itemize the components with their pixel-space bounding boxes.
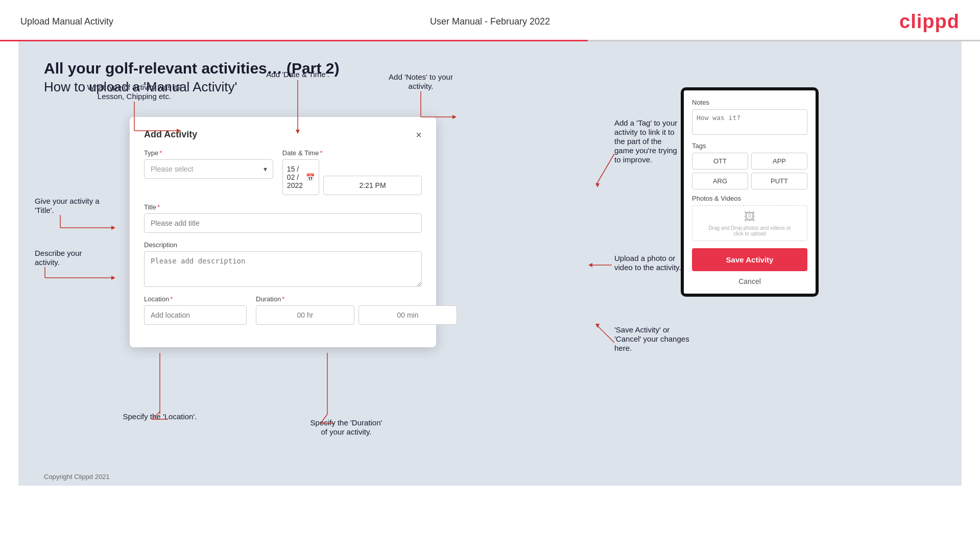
copyright: Copyright Clippd 2021 <box>44 473 110 481</box>
top-bar: Upload Manual Activity User Manual - Feb… <box>0 0 980 36</box>
logo: clippd <box>899 11 960 33</box>
svg-marker-42 <box>588 263 592 267</box>
svg-text:activity to link it to: activity to link it to <box>614 128 675 136</box>
upload-icon: 🖼 <box>744 210 755 224</box>
datetime-label: Date & Time* <box>282 149 422 157</box>
tag-ott[interactable]: OTT <box>692 153 748 170</box>
tags-label: Tags <box>692 142 807 150</box>
svg-text:Add a 'Tag' to your: Add a 'Tag' to your <box>614 118 677 127</box>
svg-text:'Cancel' your changes: 'Cancel' your changes <box>614 334 689 343</box>
svg-marker-31 <box>452 115 457 119</box>
date-value: 15 / 02 / 2022 <box>287 165 303 189</box>
svg-text:the part of the: the part of the <box>614 137 662 146</box>
time-input[interactable] <box>323 176 422 195</box>
tag-app[interactable]: APP <box>751 153 807 170</box>
svg-marker-17 <box>111 276 115 280</box>
svg-text:Specify the 'Duration': Specify the 'Duration' <box>310 418 383 427</box>
photos-label: Photos & Videos <box>692 195 807 202</box>
svg-marker-38 <box>595 183 600 187</box>
svg-text:to improve.: to improve. <box>614 155 652 164</box>
location-label: Location* <box>144 295 247 303</box>
location-duration-row: Location* Duration* <box>144 295 422 325</box>
type-group: Type* Please select ▾ <box>144 149 273 195</box>
svg-text:activity.: activity. <box>35 258 60 267</box>
svg-text:of your activity.: of your activity. <box>321 427 372 436</box>
tags-section: Tags OTT APP ARG PUTT <box>692 142 807 189</box>
main-content: All your golf-relevant activities… (Part… <box>18 41 962 486</box>
svg-marker-47 <box>595 324 600 328</box>
datetime-inputs: 15 / 02 / 2022 📅 <box>282 159 422 195</box>
svg-line-46 <box>596 325 614 343</box>
type-select-wrapper: Please select ▾ <box>144 159 273 179</box>
title-label: Title* <box>144 203 422 211</box>
close-button[interactable]: × <box>416 130 422 140</box>
title-input[interactable] <box>144 213 422 233</box>
photos-section: Photos & Videos 🖼 Drag and Drop photos a… <box>692 195 807 241</box>
upload-box[interactable]: 🖼 Drag and Drop photos and videos or cli… <box>692 205 807 241</box>
description-input[interactable] <box>144 251 422 287</box>
svg-marker-12 <box>111 226 115 230</box>
add-activity-dialog: Add Activity × Type* Please select ▾ Dat… <box>130 117 436 347</box>
date-input[interactable]: 15 / 02 / 2022 📅 <box>282 159 319 195</box>
tag-putt[interactable]: PUTT <box>751 173 807 189</box>
svg-text:Specify the 'Location'.: Specify the 'Location'. <box>123 412 197 421</box>
notes-input[interactable] <box>692 109 807 135</box>
svg-line-20 <box>152 412 160 419</box>
duration-hr-input[interactable] <box>256 305 354 325</box>
location-group: Location* <box>144 295 247 325</box>
manual-title: User Manual - February 2022 <box>430 16 550 27</box>
svg-line-25 <box>321 414 327 423</box>
main-heading: All your golf-relevant activities… (Part… <box>44 60 936 77</box>
upload-text: Drag and Drop photos and videos or click… <box>708 225 791 236</box>
notes-label: Notes <box>692 99 807 106</box>
page-title: Upload Manual Activity <box>20 16 113 27</box>
svg-text:game you're trying: game you're trying <box>614 146 677 155</box>
svg-text:video to the activity.: video to the activity. <box>614 263 681 272</box>
svg-text:'Save Activity' or: 'Save Activity' or <box>614 325 670 334</box>
svg-text:Upload a photo or: Upload a photo or <box>614 254 675 262</box>
save-activity-button[interactable]: Save Activity <box>692 248 807 271</box>
dialog-title: Add Activity <box>144 129 197 140</box>
type-select[interactable]: Please select <box>144 159 273 179</box>
svg-text:Give your activity a: Give your activity a <box>35 197 100 205</box>
svg-line-37 <box>596 154 614 184</box>
datetime-group: Date & Time* 15 / 02 / 2022 📅 <box>282 149 422 195</box>
svg-text:here.: here. <box>614 344 632 352</box>
svg-text:'Title'.: 'Title'. <box>35 206 54 214</box>
dialog-header: Add Activity × <box>144 129 422 140</box>
calendar-icon: 📅 <box>306 173 315 181</box>
type-label: Type* <box>144 149 273 157</box>
duration-inputs <box>256 305 457 325</box>
cancel-link[interactable]: Cancel <box>692 277 807 285</box>
duration-label: Duration* <box>256 295 457 303</box>
description-label: Description <box>144 241 422 249</box>
tag-arg[interactable]: ARG <box>692 173 748 189</box>
type-datetime-row: Type* Please select ▾ Date & Time* 15 / … <box>144 149 422 195</box>
phone-inner: Notes Tags OTT APP ARG PUTT Photos & Vid… <box>684 90 816 294</box>
title-group: Title* <box>144 203 422 233</box>
duration-group: Duration* <box>256 295 457 325</box>
duration-min-input[interactable] <box>358 305 457 325</box>
phone-panel: Notes Tags OTT APP ARG PUTT Photos & Vid… <box>681 87 819 297</box>
tags-grid: OTT APP ARG PUTT <box>692 153 807 189</box>
location-input[interactable] <box>144 305 247 325</box>
description-group: Description <box>144 241 422 287</box>
svg-text:Describe your: Describe your <box>35 249 82 257</box>
